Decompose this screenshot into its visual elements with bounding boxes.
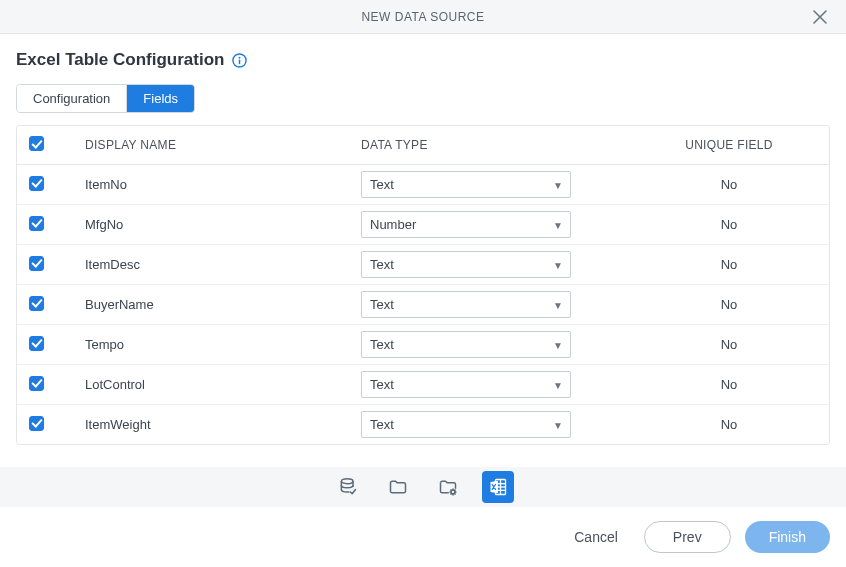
- tab-configuration[interactable]: Configuration: [17, 85, 127, 112]
- col-header-check: [17, 126, 73, 165]
- display-name-cell: Tempo: [73, 325, 349, 365]
- col-header-unique-field: UNIQUE FIELD: [629, 126, 829, 165]
- row-checkbox[interactable]: [29, 376, 44, 391]
- col-header-display-name: DISPLAY NAME: [73, 126, 349, 165]
- fields-table: DISPLAY NAME DATA TYPE UNIQUE FIELD Item…: [16, 125, 830, 445]
- folder-gear-step-icon[interactable]: [432, 471, 464, 503]
- data-type-select[interactable]: TextNumber: [361, 171, 571, 198]
- col-header-data-type: DATA TYPE: [349, 126, 629, 165]
- close-icon: [813, 10, 827, 24]
- data-type-select[interactable]: TextNumber: [361, 371, 571, 398]
- finish-button[interactable]: Finish: [745, 521, 830, 553]
- prev-button[interactable]: Prev: [644, 521, 731, 553]
- folder-step-icon[interactable]: [382, 471, 414, 503]
- display-name-cell: LotControl: [73, 365, 349, 405]
- display-name-cell: ItemNo: [73, 165, 349, 205]
- table-row: ItemWeightTextNumber▼No: [17, 405, 829, 445]
- display-name-cell: BuyerName: [73, 285, 349, 325]
- unique-field-cell: No: [629, 245, 829, 285]
- unique-field-cell: No: [629, 365, 829, 405]
- unique-field-cell: No: [629, 405, 829, 445]
- svg-rect-2: [239, 59, 241, 64]
- tab-fields[interactable]: Fields: [127, 85, 194, 112]
- select-all-checkbox[interactable]: [29, 136, 44, 151]
- modal-title: NEW DATA SOURCE: [361, 10, 484, 24]
- table-row: TempoTextNumber▼No: [17, 325, 829, 365]
- row-checkbox[interactable]: [29, 256, 44, 271]
- database-step-icon[interactable]: [332, 471, 364, 503]
- footer: Cancel Prev Finish: [0, 507, 846, 567]
- svg-point-1: [239, 56, 241, 58]
- table-row: ItemDescTextNumber▼No: [17, 245, 829, 285]
- data-type-select[interactable]: TextNumber: [361, 331, 571, 358]
- data-type-select[interactable]: TextNumber: [361, 291, 571, 318]
- close-button[interactable]: [804, 0, 836, 33]
- display-name-cell: MfgNo: [73, 205, 349, 245]
- unique-field-cell: No: [629, 165, 829, 205]
- svg-point-3: [341, 479, 353, 484]
- tab-bar: ConfigurationFields: [16, 84, 195, 113]
- data-type-select[interactable]: TextNumber: [361, 211, 571, 238]
- display-name-cell: ItemDesc: [73, 245, 349, 285]
- table-row: ItemNoTextNumber▼No: [17, 165, 829, 205]
- table-row: BuyerNameTextNumber▼No: [17, 285, 829, 325]
- modal-header: NEW DATA SOURCE: [0, 0, 846, 34]
- row-checkbox[interactable]: [29, 176, 44, 191]
- table-row: LotControlTextNumber▼No: [17, 365, 829, 405]
- row-checkbox[interactable]: [29, 416, 44, 431]
- data-type-select[interactable]: TextNumber: [361, 251, 571, 278]
- unique-field-cell: No: [629, 205, 829, 245]
- excel-step-icon[interactable]: [482, 471, 514, 503]
- display-name-cell: ItemWeight: [73, 405, 349, 445]
- info-icon[interactable]: [232, 53, 247, 68]
- data-type-select[interactable]: TextNumber: [361, 411, 571, 438]
- page-title: Excel Table Configuration: [16, 50, 224, 70]
- row-checkbox[interactable]: [29, 336, 44, 351]
- table-row: MfgNoTextNumber▼No: [17, 205, 829, 245]
- unique-field-cell: No: [629, 325, 829, 365]
- stepper-bar: [0, 467, 846, 507]
- unique-field-cell: No: [629, 285, 829, 325]
- cancel-button[interactable]: Cancel: [562, 521, 630, 553]
- row-checkbox[interactable]: [29, 216, 44, 231]
- row-checkbox[interactable]: [29, 296, 44, 311]
